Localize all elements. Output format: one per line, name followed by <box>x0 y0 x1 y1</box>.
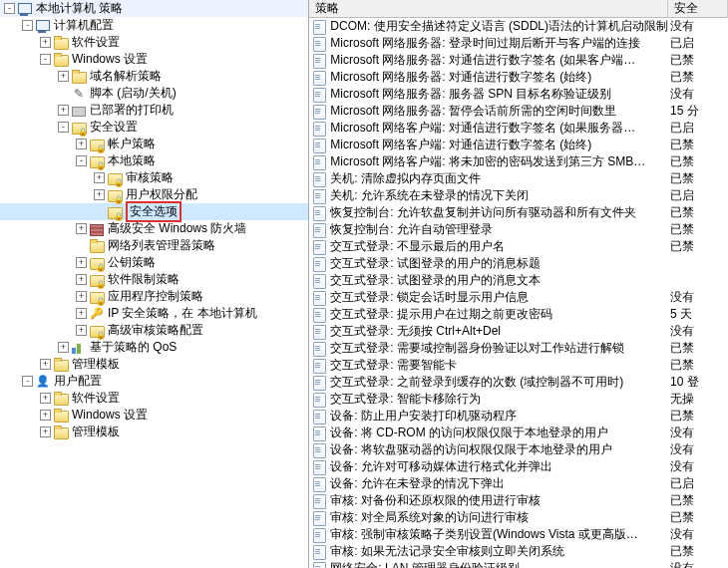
policy-row[interactable]: 关机: 允许系统在未登录的情况下关闭已启 <box>309 187 728 204</box>
policy-row[interactable]: 审核: 对备份和还原权限的使用进行审核已禁 <box>309 492 728 509</box>
col-policy-header[interactable]: 策略 <box>309 0 668 17</box>
expand-icon[interactable]: + <box>94 172 105 183</box>
expand-icon[interactable]: + <box>76 308 87 319</box>
security-options[interactable]: 安全选项 <box>0 203 308 220</box>
policy-row[interactable]: 设备: 允许对可移动媒体进行格式化并弹出没有 <box>309 458 728 475</box>
policy-row[interactable]: 交互式登录: 需要智能卡已禁 <box>309 357 728 374</box>
expand-icon[interactable]: + <box>76 139 87 149</box>
collapse-icon[interactable]: - <box>22 20 33 31</box>
policy-icon <box>311 358 327 374</box>
policy-row[interactable]: 交互式登录: 无须按 Ctrl+Alt+Del没有 <box>309 323 728 340</box>
policy-row[interactable]: 审核: 强制审核策略子类别设置(Windows Vista 或更高版…没有 <box>309 526 728 543</box>
user-software[interactable]: +软件设置 <box>0 390 308 407</box>
policy-icon <box>311 493 327 509</box>
software-settings[interactable]: +软件设置 <box>0 34 308 51</box>
collapse-icon[interactable]: - <box>76 155 87 166</box>
policy-row[interactable]: 交互式登录: 不显示最后的用户名已禁 <box>309 238 728 255</box>
expand-icon[interactable]: + <box>76 325 87 336</box>
account-policy[interactable]: +帐户策略 <box>0 136 308 152</box>
expand-icon[interactable]: + <box>58 342 69 353</box>
tree-pane[interactable]: -本地计算机 策略-计算机配置+软件设置-Windows 设置+域名解析策略 脚… <box>0 0 309 568</box>
audit-policy[interactable]: +审核策略 <box>0 169 308 186</box>
policy-setting: 15 分 <box>668 103 728 120</box>
script-icon <box>71 86 87 102</box>
policy-row[interactable]: 交互式登录: 试图登录的用户的消息文本 <box>309 272 728 289</box>
policy-row[interactable]: Microsoft 网络服务器: 服务器 SPN 目标名称验证级别没有 <box>309 86 728 103</box>
policy-row[interactable]: Microsoft 网络客户端: 对通信进行数字签名 (如果服务器…已启 <box>309 120 728 137</box>
ip-security[interactable]: +IP 安全策略，在 本地计算机 <box>0 305 308 322</box>
qos[interactable]: +基于策略的 QoS <box>0 339 308 356</box>
collapse-icon[interactable]: - <box>22 376 33 387</box>
policy-name: Microsoft 网络服务器: 暂停会话前所需的空闲时间数里 <box>330 103 616 120</box>
expand-icon[interactable]: + <box>58 71 69 82</box>
expand-icon[interactable]: + <box>76 223 87 234</box>
collapse-icon[interactable]: - <box>4 3 15 14</box>
policy-row[interactable]: Microsoft 网络客户端: 将未加密的密码发送到第三方 SMB…已禁 <box>309 153 728 170</box>
public-key[interactable]: +公钥策略 <box>0 254 308 271</box>
list-header: 策略 安全 <box>309 0 728 18</box>
policy-row[interactable]: 交互式登录: 锁定会话时显示用户信息没有 <box>309 289 728 306</box>
policy-row[interactable]: 设备: 将软盘驱动器的访问权限仅限于本地登录的用户没有 <box>309 441 728 458</box>
policy-list[interactable]: DCOM: 使用安全描述符定义语言 (SDDL)语法的计算机启动限制没有Micr… <box>309 18 728 568</box>
local-policy[interactable]: -本地策略 <box>0 152 308 169</box>
policy-row[interactable]: Microsoft 网络服务器: 对通信进行数字签名 (始终)已禁 <box>309 69 728 86</box>
root-local-computer-policy[interactable]: -本地计算机 策略 <box>0 0 308 17</box>
col-security-header[interactable]: 安全 <box>668 0 728 17</box>
collapse-icon[interactable]: - <box>58 122 69 133</box>
policy-row[interactable]: 关机: 清除虚拟内存页面文件已禁 <box>309 170 728 187</box>
policy-name: 审核: 强制审核策略子类别设置(Windows Vista 或更高版… <box>330 526 637 543</box>
adv-firewall[interactable]: +高级安全 Windows 防火墙 <box>0 220 308 237</box>
policy-row[interactable]: 交互式登录: 智能卡移除行为无操 <box>309 391 728 408</box>
policy-row[interactable]: Microsoft 网络客户端: 对通信进行数字签名 (始终)已禁 <box>309 137 728 153</box>
expand-icon[interactable]: + <box>76 274 87 285</box>
policy-row[interactable]: 交互式登录: 之前登录到缓存的次数 (域控制器不可用时)10 登 <box>309 374 728 391</box>
policy-icon <box>311 442 327 458</box>
expand-icon[interactable]: + <box>94 189 105 200</box>
expand-icon[interactable]: + <box>58 105 69 116</box>
policy-row[interactable]: 交互式登录: 试图登录的用户的消息标题 <box>309 255 728 272</box>
expand-icon[interactable]: + <box>40 410 51 421</box>
expand-icon[interactable]: + <box>40 359 51 370</box>
deployed-printers[interactable]: +已部署的打印机 <box>0 102 308 119</box>
expand-icon[interactable]: + <box>76 257 87 268</box>
twisty-blank <box>94 206 105 217</box>
dns-policy[interactable]: +域名解析策略 <box>0 68 308 85</box>
adv-audit[interactable]: +高级审核策略配置 <box>0 322 308 339</box>
expand-icon[interactable]: + <box>40 37 51 48</box>
policy-row[interactable]: 恢复控制台: 允许自动管理登录已禁 <box>309 221 728 238</box>
policy-icon <box>311 36 327 52</box>
software-restriction[interactable]: +软件限制策略 <box>0 271 308 288</box>
policy-setting: 已启 <box>668 475 728 492</box>
policy-icon <box>311 527 327 543</box>
policy-icon <box>311 459 327 475</box>
policy-row[interactable]: Microsoft 网络服务器: 登录时间过期后断开与客户端的连接已启 <box>309 35 728 52</box>
policy-row[interactable]: 交互式登录: 需要域控制器身份验证以对工作站进行解锁已禁 <box>309 340 728 357</box>
policy-row[interactable]: Microsoft 网络服务器: 暂停会话前所需的空闲时间数里15 分 <box>309 103 728 120</box>
expand-icon[interactable]: + <box>76 291 87 302</box>
app-control[interactable]: +应用程序控制策略 <box>0 288 308 305</box>
policy-row[interactable]: DCOM: 使用安全描述符定义语言 (SDDL)语法的计算机启动限制没有 <box>309 18 728 35</box>
network-list[interactable]: 网络列表管理器策略 <box>0 237 308 254</box>
policy-row[interactable]: 审核: 对全局系统对象的访问进行审核已禁 <box>309 509 728 526</box>
policy-row[interactable]: 设备: 允许在未登录的情况下弹出已启 <box>309 475 728 492</box>
policy-name: Microsoft 网络服务器: 对通信进行数字签名 (始终) <box>330 69 591 86</box>
expand-icon[interactable]: + <box>40 426 51 437</box>
policy-row[interactable]: 设备: 将 CD-ROM 的访问权限仅限于本地登录的用户没有 <box>309 425 728 441</box>
admin-templates[interactable]: +管理模板 <box>0 356 308 373</box>
scripts[interactable]: 脚本 (启动/关机) <box>0 85 308 102</box>
computer-config[interactable]: -计算机配置 <box>0 17 308 34</box>
policy-row[interactable]: 交互式登录: 提示用户在过期之前更改密码5 天 <box>309 306 728 323</box>
expand-icon[interactable]: + <box>40 393 51 404</box>
security-settings[interactable]: -安全设置 <box>0 119 308 136</box>
policy-row[interactable]: 设备: 防止用户安装打印机驱动程序已禁 <box>309 408 728 425</box>
policy-row[interactable]: 恢复控制台: 允许软盘复制并访问所有驱动器和所有文件夹已禁 <box>309 204 728 221</box>
collapse-icon[interactable]: - <box>40 54 51 65</box>
policy-row[interactable]: Microsoft 网络服务器: 对通信进行数字签名 (如果客户端…已禁 <box>309 52 728 69</box>
user-config[interactable]: -用户配置 <box>0 373 308 390</box>
user-windows[interactable]: +Windows 设置 <box>0 407 308 424</box>
windows-settings[interactable]: -Windows 设置 <box>0 51 308 68</box>
policy-row[interactable]: 审核: 如果无法记录安全审核则立即关闭系统已禁 <box>309 543 728 560</box>
policy-icon <box>311 171 327 187</box>
user-admin-templates[interactable]: +管理模板 <box>0 424 308 440</box>
policy-row[interactable]: 网络安全: LAN 管理器身份验证级别没有 <box>309 560 728 568</box>
